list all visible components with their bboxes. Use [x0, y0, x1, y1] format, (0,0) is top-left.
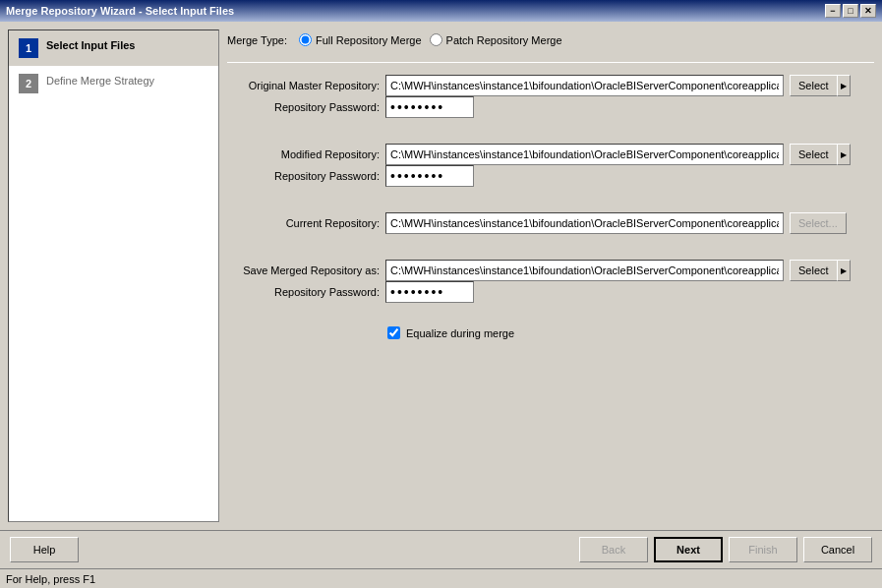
original-master-input[interactable]	[385, 75, 784, 96]
modified-repo-password-label: Repository Password:	[227, 170, 380, 182]
save-merged-password-label: Repository Password:	[227, 286, 380, 298]
current-repo-group: Current Repository: Select...	[227, 212, 874, 234]
patch-repo-merge-label[interactable]: Patch Repository Merge	[430, 33, 562, 46]
patch-repo-merge-radio[interactable]	[430, 33, 442, 46]
save-merged-row: Save Merged Repository as: Select ▶	[227, 260, 874, 281]
modified-repo-select-button[interactable]: Select	[790, 144, 837, 165]
bottom-bar: Help Back Next Finish Cancel	[0, 530, 882, 568]
modified-repo-input[interactable]	[385, 144, 784, 165]
window-title: Merge Repository Wizard - Select Input F…	[6, 5, 234, 17]
original-master-select-group: Select ▶	[790, 75, 851, 96]
current-repo-row: Current Repository: Select...	[227, 212, 874, 234]
current-repo-label: Current Repository:	[227, 217, 380, 229]
step-1-number: 1	[19, 38, 38, 58]
title-bar-buttons: − □ ✕	[825, 4, 876, 18]
status-text: For Help, press F1	[6, 573, 95, 585]
cancel-button[interactable]: Cancel	[803, 537, 872, 562]
save-merged-select-group: Select ▶	[790, 260, 851, 281]
save-merged-group: Save Merged Repository as: Select ▶ Repo…	[227, 260, 874, 303]
modified-repo-select-group: Select ▶	[790, 144, 851, 165]
bottom-left-buttons: Help	[10, 537, 79, 562]
modified-repo-password-row: Repository Password:	[227, 165, 874, 187]
sidebar: 1 Select Input Files 2 Define Merge Stra…	[8, 29, 219, 522]
step-1-label: Select Input Files	[46, 38, 135, 52]
divider-1	[227, 62, 874, 63]
original-master-group: Original Master Repository: Select ▶ Rep…	[227, 75, 874, 118]
original-master-label: Original Master Repository:	[227, 80, 380, 91]
step-2-label: Define Merge Strategy	[46, 74, 154, 88]
modified-repo-password-input[interactable]	[385, 165, 474, 187]
title-bar: Merge Repository Wizard - Select Input F…	[0, 0, 882, 22]
status-bar: For Help, press F1	[0, 568, 882, 588]
modified-repo-select-arrow[interactable]: ▶	[837, 144, 851, 165]
sidebar-item-select-input-files[interactable]: 1 Select Input Files	[9, 30, 218, 66]
step-2-number: 2	[19, 74, 38, 93]
equalize-row: Equalize during merge	[387, 326, 874, 339]
save-merged-password-row: Repository Password:	[227, 281, 874, 303]
full-repo-merge-radio[interactable]	[299, 33, 312, 46]
current-repo-select-button: Select...	[790, 212, 847, 234]
original-master-row: Original Master Repository: Select ▶	[227, 75, 874, 96]
close-button[interactable]: ✕	[860, 4, 876, 18]
bottom-right-buttons: Back Next Finish Cancel	[579, 537, 872, 562]
modified-repo-label: Modified Repository:	[227, 148, 380, 160]
modified-repo-group: Modified Repository: Select ▶ Repository…	[227, 144, 874, 187]
full-repo-merge-text: Full Repository Merge	[316, 34, 422, 46]
maximize-button[interactable]: □	[843, 4, 858, 18]
original-master-password-label: Repository Password:	[227, 101, 380, 113]
equalize-label: Equalize during merge	[406, 327, 514, 339]
help-button[interactable]: Help	[10, 537, 79, 562]
current-repo-input[interactable]	[385, 212, 784, 234]
save-merged-label: Save Merged Repository as:	[227, 265, 380, 276]
original-master-select-button[interactable]: Select	[790, 75, 837, 96]
save-merged-select-arrow[interactable]: ▶	[837, 260, 851, 281]
sidebar-item-define-merge-strategy[interactable]: 2 Define Merge Strategy	[9, 66, 218, 101]
patch-repo-merge-text: Patch Repository Merge	[446, 34, 562, 46]
merge-type-row: Merge Type: Full Repository Merge Patch …	[227, 29, 874, 50]
equalize-checkbox[interactable]	[387, 326, 400, 339]
save-merged-select-button[interactable]: Select	[790, 260, 837, 281]
next-button[interactable]: Next	[654, 537, 723, 562]
merge-type-label: Merge Type:	[227, 34, 287, 46]
right-panel: Merge Type: Full Repository Merge Patch …	[227, 29, 874, 522]
content-area: 1 Select Input Files 2 Define Merge Stra…	[0, 22, 882, 530]
minimize-button[interactable]: −	[825, 4, 841, 18]
finish-button: Finish	[729, 537, 797, 562]
back-button[interactable]: Back	[579, 537, 648, 562]
original-master-select-arrow[interactable]: ▶	[837, 75, 851, 96]
modified-repo-row: Modified Repository: Select ▶	[227, 144, 874, 165]
original-master-password-row: Repository Password:	[227, 96, 874, 118]
original-master-password-input[interactable]	[385, 96, 474, 118]
main-window: 1 Select Input Files 2 Define Merge Stra…	[0, 22, 882, 588]
save-merged-input[interactable]	[385, 260, 784, 281]
full-repo-merge-label[interactable]: Full Repository Merge	[299, 33, 422, 46]
save-merged-password-input[interactable]	[385, 281, 474, 303]
